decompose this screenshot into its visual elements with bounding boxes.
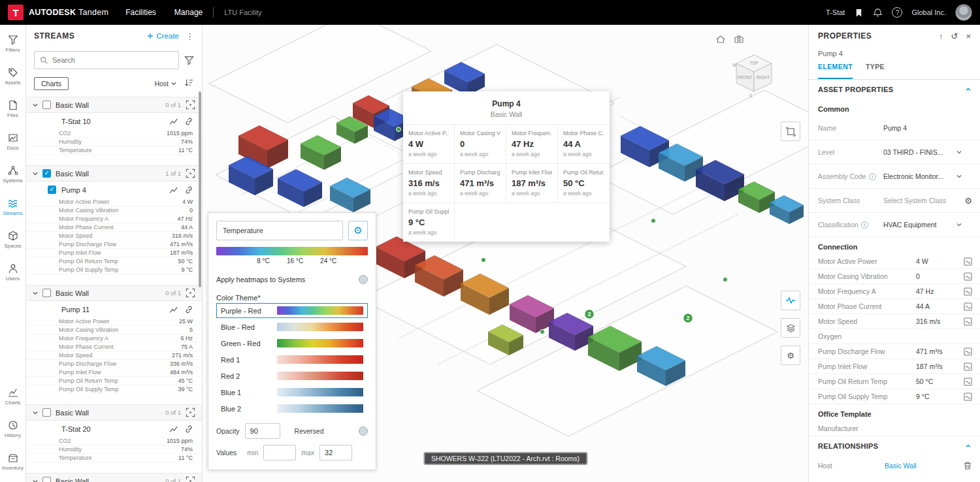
viewcube-top-face[interactable]: TOP: [749, 61, 758, 65]
sidebar-item-charts[interactable]: Charts: [0, 380, 26, 413]
sidebar-item-systems[interactable]: Systems: [0, 158, 26, 191]
stream-link-icon[interactable]: [964, 257, 972, 266]
stream-group-header[interactable]: Basic Wall 1 of 1: [26, 165, 202, 182]
tab-element[interactable]: ELEMENT: [818, 63, 853, 79]
sidebar-item-spaces[interactable]: Spaces: [0, 223, 26, 256]
min-input[interactable]: [263, 445, 296, 460]
isolate-icon[interactable]: [186, 100, 195, 110]
sidebar-item-history[interactable]: History: [0, 413, 26, 445]
chevron-down-icon[interactable]: [33, 291, 38, 296]
viewer-settings-button[interactable]: ⚙: [781, 345, 800, 365]
group-checkbox[interactable]: [42, 289, 51, 297]
group-checkbox[interactable]: [42, 101, 51, 109]
camera-icon[interactable]: [734, 34, 744, 44]
gear-icon[interactable]: ⚙: [964, 196, 972, 206]
chart-icon[interactable]: [169, 117, 178, 126]
link-icon[interactable]: [185, 185, 194, 195]
color-theme-option[interactable]: Blue 1: [216, 385, 368, 400]
property-row[interactable]: System Classi Select System Class ⚙: [809, 189, 980, 213]
device-checkbox[interactable]: [48, 185, 56, 194]
stream-device-row[interactable]: Pump 11: [26, 301, 202, 317]
isolate-icon[interactable]: [186, 288, 195, 298]
info-icon[interactable]: i: [861, 221, 868, 229]
isolate-icon[interactable]: [186, 169, 195, 178]
tandem-logo[interactable]: T: [8, 5, 24, 20]
close-icon[interactable]: ×: [966, 31, 971, 41]
kebab-menu-icon[interactable]: ⋮: [186, 31, 194, 41]
viewer-3d[interactable]: 22 TOP FRONT RIGHT W S: [203, 25, 808, 482]
bell-icon[interactable]: [873, 8, 883, 18]
help-icon[interactable]: ?: [892, 7, 902, 18]
stream-link-icon[interactable]: [964, 347, 972, 356]
sidebar-item-users[interactable]: Users: [0, 256, 26, 289]
group-checkbox[interactable]: [42, 477, 51, 482]
bookmark-icon[interactable]: [854, 8, 864, 18]
chevron-down-icon[interactable]: [33, 171, 38, 176]
link-icon[interactable]: [185, 117, 194, 126]
color-theme-option[interactable]: Purple - Red: [216, 303, 368, 318]
color-theme-option[interactable]: Red 1: [216, 352, 368, 367]
link-icon[interactable]: [185, 305, 194, 314]
sort-icon[interactable]: [184, 78, 194, 90]
chevron-down-icon[interactable]: [956, 222, 962, 227]
filter-icon[interactable]: [184, 56, 194, 65]
color-theme-option[interactable]: Blue 2: [216, 401, 368, 416]
apply-heatmaps-toggle[interactable]: [359, 275, 368, 284]
chevron-down-icon[interactable]: [33, 103, 38, 108]
avatar[interactable]: [955, 4, 972, 21]
charts-button[interactable]: Charts: [34, 77, 69, 90]
menu-facilities[interactable]: Facilities: [125, 8, 156, 17]
property-row[interactable]: Namei Pump 4 ⚙: [809, 116, 980, 140]
opacity-input[interactable]: [245, 423, 280, 439]
reversed-toggle[interactable]: [359, 426, 368, 436]
stream-group-header[interactable]: Basic Wall 0 of 1: [26, 285, 202, 301]
sidebar-item-assets[interactable]: Assets: [0, 60, 26, 93]
chevron-down-icon[interactable]: [33, 410, 38, 415]
stream-link-icon[interactable]: [964, 302, 972, 311]
viewcube-front-face[interactable]: FRONT: [738, 75, 752, 80]
stream-group-header[interactable]: Basic Wall 0 of 1: [26, 473, 202, 482]
stream-link-icon[interactable]: [964, 317, 972, 326]
tab-type[interactable]: TYPE: [866, 63, 885, 79]
stream-group-header[interactable]: Basic Wall 0 of 1: [26, 404, 202, 421]
stream-link-icon[interactable]: [964, 393, 972, 401]
max-input[interactable]: [319, 445, 352, 460]
chevron-down-icon[interactable]: [956, 174, 962, 179]
property-row[interactable]: Classificationi HVAC Equipment ⚙: [809, 213, 980, 237]
scrollbar[interactable]: [199, 91, 201, 287]
property-row[interactable]: Leveli 03 THIRD - FINIS... ⚙: [809, 140, 980, 165]
breadcrumb[interactable]: LTU Facility: [224, 8, 261, 16]
restore-icon[interactable]: ↺: [951, 31, 958, 41]
isolate-icon[interactable]: [186, 408, 195, 417]
home-view-icon[interactable]: [715, 34, 726, 44]
color-theme-option[interactable]: Green - Red: [216, 336, 368, 351]
host-link[interactable]: Basic Wall: [885, 462, 959, 470]
asset-properties-header[interactable]: ASSET PROPERTIES: [809, 80, 980, 99]
relationships-header[interactable]: RELATIONSHIPS: [809, 436, 980, 456]
color-theme-option[interactable]: Blue - Red: [216, 319, 368, 334]
view-cube[interactable]: TOP FRONT RIGHT W S: [730, 51, 778, 99]
section-box-button[interactable]: [781, 121, 800, 141]
stream-device-row[interactable]: T-Stat 20: [26, 421, 202, 437]
chevron-down-icon[interactable]: [956, 150, 962, 155]
link-icon[interactable]: [185, 425, 194, 434]
sidebar-item-files[interactable]: Files: [0, 93, 26, 125]
stream-link-icon[interactable]: [964, 378, 972, 386]
search-input[interactable]: [52, 56, 173, 64]
stream-link-icon[interactable]: [964, 362, 972, 371]
info-icon[interactable]: i: [869, 173, 876, 180]
layers-button[interactable]: [781, 318, 800, 338]
saved-view-name[interactable]: T-Stat: [826, 8, 845, 16]
stream-device-row[interactable]: T-Stat 10: [26, 113, 202, 129]
heatmap-sensor-select[interactable]: Temperature: [216, 221, 343, 240]
trash-icon[interactable]: [963, 461, 972, 470]
stream-device-row[interactable]: Pump 4: [26, 182, 202, 198]
menu-manage[interactable]: Manage: [174, 8, 203, 17]
sidebar-item-inventory[interactable]: Inventory: [0, 445, 26, 478]
stream-group-header[interactable]: Basic Wall 0 of 1: [26, 97, 202, 113]
group-checkbox[interactable]: [42, 169, 51, 178]
create-button[interactable]: Create: [147, 32, 179, 40]
search-box[interactable]: [34, 51, 179, 69]
viewcube-right-face[interactable]: RIGHT: [757, 75, 770, 80]
org-name[interactable]: Global Inc.: [911, 8, 946, 16]
